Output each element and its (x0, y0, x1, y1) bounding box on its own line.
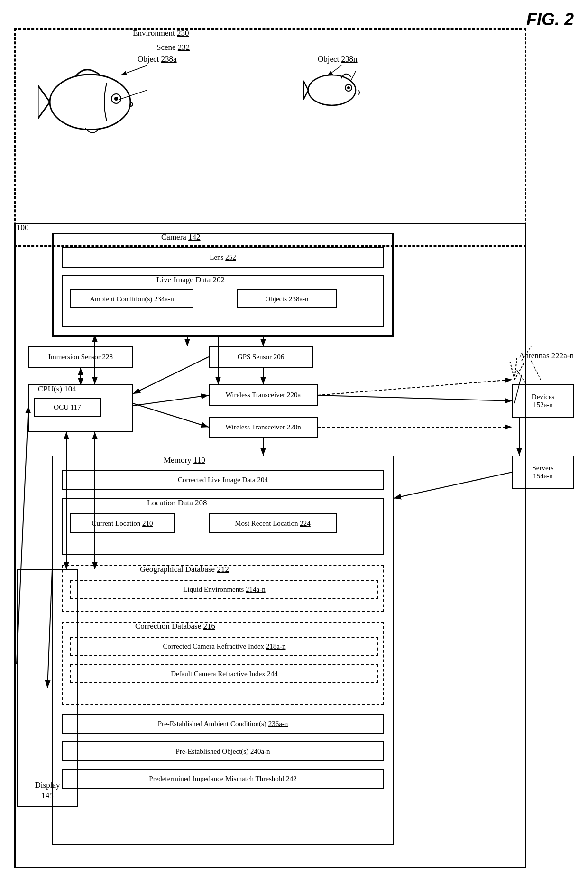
svg-line-32 (531, 361, 541, 380)
figure-label: FIG. 2 (526, 9, 574, 29)
servers-label: Servers154a-n (533, 464, 554, 480)
correction-db-label: Correction Database 216 (135, 622, 215, 631)
cpu-label: CPU(s) 104 (38, 384, 76, 394)
devices-label: Devices152a-n (532, 393, 554, 409)
svg-point-0 (50, 74, 130, 130)
pre-ambient-box: Pre-Established Ambient Condition(s) 236… (62, 714, 384, 734)
current-location-label: Current Location 210 (92, 520, 153, 528)
default-cam-label: Default Camera Refractive Index 244 (171, 670, 278, 678)
ambient-label: Ambient Condition(s) 234a-n (90, 295, 174, 303)
pre-objects-box: Pre-Established Object(s) 240a-n (62, 741, 384, 761)
pred-imp-box: Predetermined Impedance Mismatch Thresho… (62, 769, 384, 789)
gps-sensor-box: GPS Sensor 206 (209, 346, 313, 368)
lens-box: Lens 252 (62, 247, 384, 268)
gps-sensor-label: GPS Sensor 206 (238, 353, 284, 361)
object-238n-label: Object 238n (318, 55, 358, 64)
fish-small-icon (303, 66, 365, 116)
fish-large-icon (38, 62, 147, 140)
objects-inner-label: Objects 238a-n (265, 295, 308, 303)
liquid-env-label: Liquid Environments 214a-n (183, 586, 265, 594)
liquid-env-box: Liquid Environments 214a-n (70, 580, 378, 599)
pre-ambient-label: Pre-Established Ambient Condition(s) 236… (158, 720, 288, 728)
immersion-sensor-box: Immersion Sensor 228 (28, 346, 133, 368)
default-cam-box: Default Camera Refractive Index 244 (70, 664, 378, 683)
scene-label: Scene 232 (156, 43, 190, 52)
wireless-a-label: Wireless Transceiver 220a (226, 391, 301, 399)
display-box: Display145 (17, 569, 78, 807)
antennas-label: Antennas 222a-n (519, 351, 574, 361)
corrected-cam-label: Corrected Camera Refractive Index 218a-n (163, 643, 285, 651)
wireless-transceiver-a-box: Wireless Transceiver 220a (209, 384, 318, 406)
svg-point-6 (347, 86, 350, 89)
pred-imp-label: Predetermined Impedance Mismatch Thresho… (149, 775, 296, 783)
geo-db-label: Geographical Database 212 (140, 565, 229, 574)
devices-box: Devices152a-n (512, 384, 574, 418)
ocu-box: OCU 117 (34, 398, 101, 417)
objects-inner-box: Objects 238a-n (237, 289, 337, 308)
svg-point-4 (308, 75, 356, 105)
current-location-box: Current Location 210 (70, 513, 175, 533)
svg-line-3 (119, 90, 147, 100)
corrected-live-box: Corrected Live Image Data 204 (62, 470, 384, 490)
most-recent-location-box: Most Recent Location 224 (209, 513, 337, 533)
svg-point-2 (114, 97, 118, 101)
page: { "figure": { "label": "FIG. 2" }, "envi… (0, 0, 588, 894)
wireless-transceiver-n-box: Wireless Transceiver 220n (209, 417, 318, 438)
live-image-label: Live Image Data 202 (156, 275, 225, 285)
location-data-label: Location Data 208 (147, 498, 207, 508)
lens-label: Lens 252 (210, 253, 236, 261)
corrected-cam-box: Corrected Camera Refractive Index 218a-n (70, 637, 378, 656)
immersion-sensor-label: Immersion Sensor 228 (48, 353, 113, 361)
camera-label: Camera 142 (161, 233, 201, 242)
corrected-live-label: Corrected Live Image Data 204 (178, 476, 268, 484)
ocu-label: OCU 117 (54, 403, 81, 411)
servers-box: Servers154a-n (512, 456, 574, 489)
most-recent-location-label: Most Recent Location 224 (235, 520, 311, 528)
device-ref-label: 100 (17, 223, 29, 233)
svg-line-7 (351, 71, 356, 81)
display-label: Display145 (35, 780, 60, 801)
ambient-box: Ambient Condition(s) 234a-n (70, 289, 193, 308)
pre-objects-label: Pre-Established Object(s) 240a-n (175, 747, 270, 755)
correction-db-box (62, 622, 384, 705)
memory-label: Memory 110 (164, 456, 205, 465)
environment-label: Environment 230 (133, 28, 189, 38)
wireless-n-label: Wireless Transceiver 220n (225, 423, 301, 431)
